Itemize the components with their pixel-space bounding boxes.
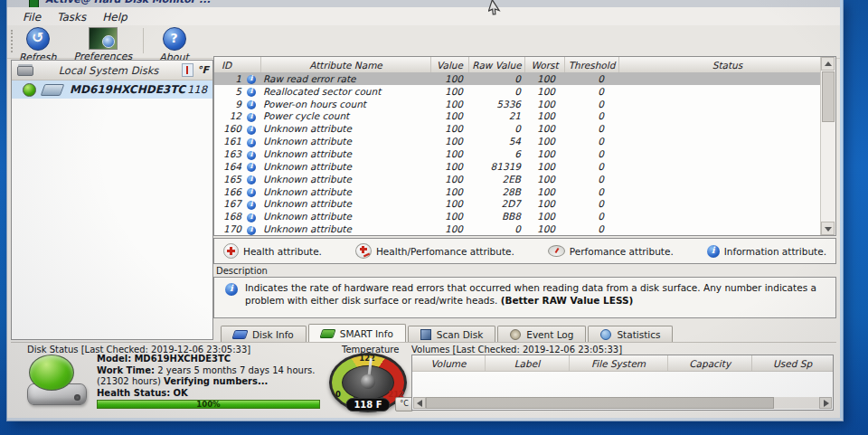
column-header-attribute[interactable]: Attribute Name <box>261 57 431 72</box>
legend-item-information-attribute-: Information attribute. <box>707 245 826 258</box>
volumes-column-header-label[interactable]: Label <box>486 355 570 371</box>
attribute-type-cell <box>241 110 261 122</box>
scrollbar-track[interactable] <box>426 397 819 409</box>
disk-name: MD619HXCHDE3TC <box>70 83 185 96</box>
scan-disk-icon <box>420 329 431 340</box>
volumes-column-header-used-sp[interactable]: Used Sp <box>752 355 833 371</box>
description-box: Indicates the rate of hardware read erro… <box>213 277 836 318</box>
horizontal-scrollbar-thumb[interactable] <box>426 397 774 409</box>
scroll-up-button[interactable] <box>821 57 835 71</box>
attribute-raw-value: 0 <box>469 73 525 84</box>
toolbar-button-refresh[interactable]: Refresh <box>19 27 57 63</box>
scroll-right-button[interactable] <box>819 397 832 409</box>
attribute-threshold: 0 <box>565 110 619 121</box>
attribute-id: 161 <box>214 136 241 147</box>
attribute-type-cell <box>241 198 261 210</box>
attribute-worst: 100 <box>525 86 565 97</box>
column-header-status[interactable]: Status <box>619 57 835 72</box>
attribute-raw-value: 5336 <box>469 99 525 109</box>
information-attribute-icon <box>247 151 256 160</box>
refresh-icon <box>26 27 50 51</box>
smart-row-160[interactable]: 160Unknown attribute10001000 <box>214 122 821 135</box>
menu-bar: FileTasksHelp <box>7 7 840 26</box>
information-attribute-icon <box>247 75 256 84</box>
column-header-raw-value[interactable]: Raw Value <box>469 57 525 72</box>
attribute-worst: 100 <box>525 174 565 184</box>
attribute-id: 165 <box>214 174 241 184</box>
attribute-name: Unknown attribute <box>261 161 431 172</box>
legend-label: Perfomance attribute. <box>570 246 674 257</box>
smart-row-168[interactable]: 168Unknown attribute100BB81000 <box>214 210 821 222</box>
attribute-id: 167 <box>214 198 241 209</box>
menu-item-file[interactable]: File <box>14 10 49 24</box>
attribute-raw-value: 0 <box>469 123 525 134</box>
attribute-threshold: 0 <box>565 136 619 147</box>
tab-scan-disk[interactable]: Scan Disk <box>408 326 495 343</box>
smart-row-163[interactable]: 163Unknown attribute10061000 <box>214 147 821 160</box>
tab-statistics[interactable]: Statistics <box>588 326 673 343</box>
attribute-value: 100 <box>431 110 469 121</box>
scrollbar-thumb[interactable] <box>822 71 835 122</box>
toolbar-button-preferences[interactable]: Preferences <box>74 27 133 62</box>
smart-row-170[interactable]: 170Unknown attribute10001000 <box>214 222 821 235</box>
information-attribute-icon <box>247 138 256 147</box>
celsius-toggle-button[interactable]: °C <box>395 397 413 411</box>
app-window: Active@ Hard Disk Monitor ... FileTasksH… <box>7 0 843 421</box>
attribute-value: 100 <box>431 86 469 97</box>
tab-event-log[interactable]: Event Log <box>497 326 586 343</box>
attribute-raw-value: 0 <box>469 223 525 234</box>
smart-row-1[interactable]: 1Raw read error rate10001000 <box>214 72 821 85</box>
attribute-id: 164 <box>214 161 241 172</box>
scroll-down-button[interactable] <box>821 222 835 235</box>
attribute-type-cell <box>241 72 261 84</box>
sidebar-item-disk[interactable]: MD619HXCHDE3TC 118 <box>12 80 212 99</box>
scroll-left-button[interactable] <box>413 397 426 409</box>
volumes-column-header-volume[interactable]: Volume <box>412 355 486 371</box>
tab-smart-info[interactable]: SMART Info <box>308 324 406 343</box>
attribute-worst: 100 <box>525 186 565 197</box>
disk-health-ball-icon <box>23 83 36 97</box>
column-header-threshold[interactable]: Threshold <box>565 57 619 72</box>
smart-row-166[interactable]: 166Unknown attribute10028B1000 <box>214 185 821 198</box>
smart-row-167[interactable]: 167Unknown attribute1002D71000 <box>214 197 821 210</box>
attribute-value: 100 <box>431 186 469 197</box>
toolbar-button-about[interactable]: About <box>159 27 189 63</box>
attribute-name: Power-on hours count <box>261 99 431 109</box>
about-icon <box>163 27 186 51</box>
information-icon <box>707 245 720 258</box>
smart-row-5[interactable]: 5Reallocated sector count10001000 <box>214 85 821 98</box>
smart-row-165[interactable]: 165Unknown attribute1002EB1000 <box>214 173 821 185</box>
tab-label: Event Log <box>526 329 573 340</box>
volumes-column-header-file-system[interactable]: File System <box>570 355 668 371</box>
temperature-unit-header[interactable]: °F <box>197 64 209 76</box>
smart-row-9[interactable]: 9Power-on hours count10053361000 <box>214 98 821 110</box>
bottom-status-panel: Disk Status [Last Checked: 2019-12-06 23… <box>11 342 836 413</box>
attribute-threshold: 0 <box>565 211 619 222</box>
smart-row-12[interactable]: 12Power cycle count100211000 <box>214 110 821 123</box>
column-header-worst[interactable]: Worst <box>525 57 565 72</box>
menu-item-tasks[interactable]: Tasks <box>49 10 94 24</box>
attribute-worst: 100 <box>525 223 565 234</box>
volumes-column-header-capacity[interactable]: Capacity <box>668 355 752 371</box>
description-bold-text: (Better RAW Value LESS) <box>501 295 634 306</box>
legend-item-perfomance-attribute-: Perfomance attribute. <box>548 245 674 257</box>
smart-row-161[interactable]: 161Unknown attribute100541000 <box>214 135 821 147</box>
column-header-value[interactable]: Value <box>431 57 469 72</box>
attribute-value: 100 <box>431 73 469 84</box>
attribute-name: Unknown attribute <box>261 174 431 184</box>
gauge-hub <box>361 374 375 389</box>
attribute-worst: 100 <box>525 110 565 121</box>
smart-row-164[interactable]: 164Unknown attribute100813191000 <box>214 160 821 173</box>
attribute-name: Unknown attribute <box>261 198 431 209</box>
vertical-scrollbar[interactable] <box>820 57 835 235</box>
attribute-threshold: 0 <box>565 99 619 109</box>
gauge-scale-min: 0 <box>335 390 341 399</box>
menu-item-help[interactable]: Help <box>94 10 135 24</box>
toolbar-grip-handle[interactable] <box>11 30 15 52</box>
column-header-id[interactable]: ID <box>214 57 261 72</box>
model-line: Model: MD619HXCHDE3TC <box>97 354 332 365</box>
tab-disk-info[interactable]: Disk Info <box>221 326 307 343</box>
horizontal-scrollbar[interactable] <box>413 397 832 409</box>
attribute-worst: 100 <box>525 123 565 134</box>
attribute-raw-value: 21 <box>469 110 525 121</box>
